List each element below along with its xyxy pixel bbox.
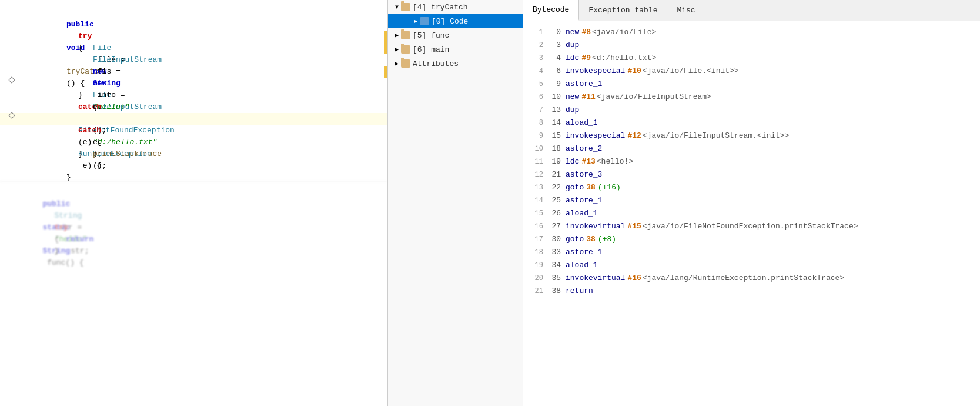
tree-item-main[interactable]: ▶ [6] main (388, 42, 523, 56)
diamond-icon-7 (8, 76, 15, 83)
bc-ref-20: #16 (627, 272, 641, 285)
bc-offset-20: 35 (548, 272, 561, 285)
bc-class-4: <java/io/File.<init>> (643, 65, 739, 78)
code-content-5 (18, 54, 387, 66)
bc-op-10: astore_2 (566, 142, 602, 155)
bc-lineno-18: 18 (530, 246, 543, 259)
bc-offset-17: 30 (548, 233, 561, 246)
bc-line-21: 21 38 return (530, 285, 973, 298)
folder-icon-trycatch (401, 3, 410, 11)
tree-label-trycatch: [4] tryCatch (413, 3, 468, 12)
tree-panel: ▼ [4] tryCatch ▶ [0] Code ▶ [5] func ▶ [… (388, 0, 523, 406)
bc-offset-8: 14 (548, 117, 561, 129)
bc-op-11: ldc (566, 155, 579, 168)
bc-offset-7: 13 (548, 104, 561, 117)
bc-line-20: 20 35 invokevirtual #16 <java/lang/Runti… (530, 272, 973, 285)
tree-label-attributes: Attributes (413, 59, 459, 68)
bc-offset-4: 6 (548, 65, 561, 78)
tree-label-func: [5] func (413, 31, 449, 40)
code-icon (420, 17, 429, 25)
tab-bytecode[interactable]: Bytecode (523, 0, 579, 21)
bc-lineno-17: 17 (530, 233, 543, 246)
bc-line-15: 15 26 aload_1 (530, 207, 973, 220)
bc-class-11: <hello!> (597, 155, 633, 168)
bc-offset-3: 4 (548, 52, 561, 65)
folder-icon-func (401, 31, 410, 39)
bc-class-9: <java/io/FileInputStream.<init>> (643, 129, 790, 142)
code-line-13 (0, 148, 387, 160)
bc-lineno-21: 21 (530, 285, 543, 298)
bc-offset-18: 33 (548, 246, 561, 259)
bc-line-19: 19 34 aload_1 (530, 259, 973, 272)
code-editor: public void tryCatch () { try { (0, 0, 388, 406)
bc-ref-11: #13 (581, 155, 595, 168)
code-line-9: } (0, 101, 387, 113)
bc-goto-offset-17: (+8) (598, 233, 616, 246)
bc-lineno-6: 6 (530, 91, 543, 104)
bc-line-17: 17 30 goto 38 (+8) (530, 233, 973, 246)
bc-line-7: 7 13 dup (530, 104, 973, 117)
tree-item-trycatch[interactable]: ▼ [4] tryCatch (388, 0, 523, 14)
code-line-11: e. printStackTrace (); (0, 125, 387, 137)
folder-icon-main (401, 45, 410, 54)
bc-op-7: dup (566, 104, 579, 117)
code-content-14: } (18, 160, 387, 195)
chevron-down-icon: ▼ (393, 3, 401, 11)
tab-misc[interactable]: Misc (667, 0, 705, 21)
bc-line-2: 2 3 dup (530, 39, 973, 52)
tabs-bar: Bytecode Exception table Misc (523, 0, 980, 21)
gutter-7 (6, 78, 18, 82)
bc-class-16: <java/io/FileNotFoundException.printStac… (643, 220, 858, 233)
tree-item-func[interactable]: ▶ [5] func (388, 28, 523, 42)
bc-line-10: 10 18 astore_2 (530, 142, 973, 155)
tree-item-attributes[interactable]: ▶ Attributes (388, 56, 523, 71)
bc-lineno-14: 14 (530, 194, 543, 207)
blurred-line-2: String str = "hello" ; (6, 198, 382, 210)
tab-misc-label: Misc (677, 6, 695, 15)
code-line-3: File file = new File ( pathname: "d:/hel… (0, 31, 387, 42)
bc-class-3: <d:/hello.txt> (592, 52, 656, 65)
bc-op-4: invokespecial (566, 65, 625, 78)
code-line-10: catch ( RuntimeException e) { (0, 113, 387, 125)
bc-class-6: <java/io/FileInputStream> (597, 91, 711, 104)
bc-ref-3: #9 (581, 52, 591, 65)
bc-line-9: 9 15 invokespecial #12 <java/io/FileInpu… (530, 129, 973, 142)
tree-item-code[interactable]: ▶ [0] Code (388, 14, 523, 28)
bc-offset-19: 34 (548, 259, 561, 272)
bc-offset-16: 27 (548, 220, 561, 233)
bc-class-1: <java/io/File> (592, 26, 656, 39)
bc-lineno-3: 3 (530, 52, 543, 65)
bc-op-19: aload_1 (566, 259, 598, 272)
bc-op-6: new (566, 91, 579, 104)
bc-lineno-1: 1 (530, 26, 543, 39)
blurred-line-5: } (6, 234, 382, 245)
bc-lineno-19: 19 (530, 259, 543, 272)
code-line-8: e. printStackTrace (); (0, 89, 387, 101)
bc-op-9: invokespecial (566, 129, 625, 142)
bc-lineno-12: 12 (530, 168, 543, 181)
bc-lineno-10: 10 (530, 142, 543, 155)
tab-bytecode-label: Bytecode (533, 5, 569, 14)
bc-op-14: astore_1 (566, 194, 602, 207)
tree-label-code: [0] Code (432, 17, 468, 26)
code-line-12: } (0, 137, 387, 148)
bc-line-5: 5 9 astore_1 (530, 78, 973, 91)
blurred-line-3: try { (6, 210, 382, 222)
bc-op-8: aload_1 (566, 117, 598, 129)
bc-ref-4: #10 (627, 65, 641, 78)
bc-offset-12: 21 (548, 168, 561, 181)
chevron-right-icon: ▶ (412, 17, 420, 25)
yellow-marker-4 (384, 42, 387, 54)
bc-line-4: 4 6 invokespecial #10 <java/io/File.<ini… (530, 65, 973, 78)
bc-line-1: 1 0 new #8 <java/io/File> (530, 26, 973, 39)
code-area: public void tryCatch () { try { (0, 0, 387, 406)
bc-goto-target-13: 38 (586, 181, 596, 194)
chevron-right-icon-main: ▶ (393, 45, 401, 54)
bc-offset-9: 15 (548, 129, 561, 142)
bc-op-21: return (566, 285, 593, 298)
yellow-marker-3 (384, 31, 387, 42)
bc-lineno-2: 2 (530, 39, 543, 52)
gutter-10 (6, 113, 18, 118)
tab-exception-table[interactable]: Exception table (579, 0, 667, 21)
bc-op-17: goto (566, 233, 584, 246)
